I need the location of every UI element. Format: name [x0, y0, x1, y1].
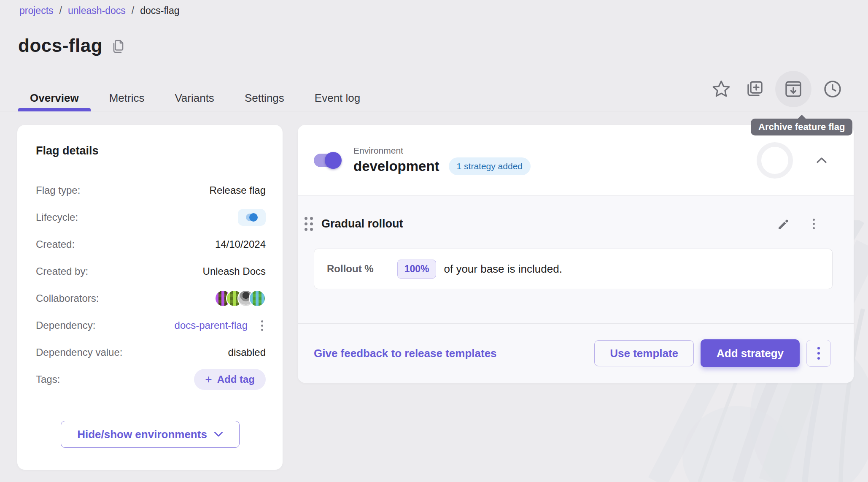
add-strategy-button[interactable]: Add strategy [701, 339, 800, 367]
copy-icon [111, 39, 125, 55]
tab-bar: Overview Metrics Variants Settings Event… [18, 80, 372, 111]
environment-more-button[interactable] [806, 340, 831, 367]
lifecycle-label: Lifecycle: [36, 211, 78, 223]
flag-type-row: Flag type: Release flag [36, 177, 266, 204]
page-title: docs-flag [18, 35, 102, 56]
favorite-button[interactable] [709, 77, 733, 101]
history-clock-icon [823, 79, 842, 99]
dependency-flag-link[interactable]: docs-parent-flag [175, 320, 248, 331]
strategy-title: Gradual rollout [321, 217, 403, 230]
event-history-button[interactable] [821, 77, 844, 101]
created-by-label: Created by: [36, 265, 88, 277]
use-template-button[interactable]: Use template [594, 340, 694, 366]
breadcrumb-project-link[interactable]: unleash-docs [68, 5, 126, 16]
lifecycle-row: Lifecycle: [36, 204, 266, 231]
kebab-menu-icon [817, 347, 820, 360]
tab-settings[interactable]: Settings [233, 80, 296, 111]
collaborator-avatar[interactable] [249, 290, 266, 307]
collaborators-row: Collaborators: [36, 285, 266, 312]
tags-row: Tags: + Add tag [36, 366, 266, 393]
chevron-up-icon [816, 157, 828, 164]
lifecycle-stage-chip[interactable] [238, 209, 266, 226]
environment-header: Environment development 1 strategy added [298, 125, 854, 195]
kebab-menu-icon [813, 219, 815, 221]
collaborators-label: Collaborators: [36, 292, 99, 304]
breadcrumb-projects-link[interactable]: projects [19, 5, 54, 16]
flag-type-label: Flag type: [36, 184, 80, 196]
flag-details-heading: Flag details [17, 125, 283, 157]
dependency-value-row: Dependency value: disabled [36, 339, 266, 366]
add-tag-label: Add tag [217, 374, 255, 385]
lifecycle-stage-icon [244, 212, 260, 223]
hide-show-environments-label: Hide/show environments [77, 428, 207, 441]
dependency-label: Dependency: [36, 320, 95, 331]
tab-event-log[interactable]: Event log [303, 80, 372, 111]
rollout-label: Rollout % [327, 263, 374, 275]
dependency-menu-button[interactable] [259, 318, 266, 333]
copy-flag-name-button[interactable] [111, 39, 125, 55]
flag-details-panel: Flag details Flag type: Release flag Lif… [17, 125, 283, 470]
created-row: Created: 14/10/2024 [36, 231, 266, 258]
pencil-icon [776, 217, 790, 231]
strategy-count-badge: 1 strategy added [449, 157, 531, 175]
environment-label: Environment [353, 146, 531, 156]
chevron-down-icon [214, 431, 223, 437]
copy-flag-icon [744, 79, 764, 99]
dependency-value-value: disabled [228, 347, 266, 358]
breadcrumb-current: docs-flag [140, 5, 179, 16]
rollout-percentage-badge: 100% [397, 260, 437, 279]
hide-show-environments-button[interactable]: Hide/show environments [61, 421, 240, 448]
drag-handle[interactable] [302, 214, 315, 233]
created-by-value: Unleash Docs [203, 265, 266, 277]
archive-tooltip: Archive feature flag [751, 119, 852, 135]
rollout-summary: Rollout % 100% of your base is included. [314, 249, 833, 289]
add-tag-button[interactable]: + Add tag [194, 369, 266, 390]
environment-name: development [353, 158, 439, 174]
plus-icon: + [205, 374, 212, 385]
created-label: Created: [36, 238, 75, 250]
copy-feature-flag-button[interactable] [742, 77, 766, 101]
strategy-header: Gradual rollout [302, 214, 817, 233]
strategy-section: Gradual rollout Rollout % 100% o [298, 195, 854, 323]
breadcrumb-separator: / [59, 5, 62, 16]
environment-card: Environment development 1 strategy added [298, 125, 854, 383]
flag-type-value: Release flag [210, 184, 266, 196]
environment-toggle[interactable] [314, 154, 341, 167]
dependency-value-label: Dependency value: [36, 347, 122, 358]
tab-overview[interactable]: Overview [18, 80, 91, 111]
usage-ring [757, 142, 793, 179]
created-by-row: Created by: Unleash Docs [36, 258, 266, 285]
environment-footer: Give feedback to release templates Use t… [298, 323, 854, 383]
toggle-knob [325, 152, 342, 169]
archive-icon [784, 80, 803, 98]
archive-feature-flag-button[interactable] [775, 71, 811, 107]
kebab-menu-icon [261, 320, 263, 322]
dependency-row: Dependency: docs-parent-flag [36, 312, 266, 339]
tab-variants[interactable]: Variants [163, 80, 226, 111]
drag-handle-icon [305, 217, 307, 220]
release-templates-feedback-link[interactable]: Give feedback to release templates [314, 347, 497, 360]
tab-metrics[interactable]: Metrics [97, 80, 156, 111]
breadcrumb: projects / unleash-docs / docs-flag [19, 5, 179, 16]
edit-strategy-button[interactable] [775, 216, 792, 233]
created-value: 14/10/2024 [215, 238, 266, 250]
rollout-description: of your base is included. [444, 263, 562, 276]
strategy-menu-button[interactable] [810, 216, 817, 232]
tags-label: Tags: [36, 374, 60, 385]
flag-toolbar [709, 71, 844, 107]
star-icon [712, 80, 731, 98]
breadcrumb-separator: / [132, 5, 134, 16]
collapse-environment-button[interactable] [813, 154, 830, 167]
collaborator-avatars [215, 290, 266, 307]
